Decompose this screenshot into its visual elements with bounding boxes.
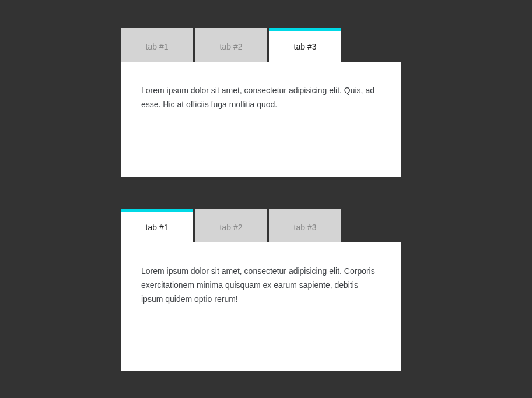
tab-widget-2: tab #1 tab #2 tab #3 Lorem ipsum dolor s…: [121, 209, 401, 371]
tab-3[interactable]: tab #3: [269, 28, 341, 62]
tab-label: tab #1: [146, 42, 169, 51]
tab-1[interactable]: tab #1: [121, 209, 193, 242]
tab-2[interactable]: tab #2: [195, 28, 267, 62]
tab-3[interactable]: tab #3: [269, 209, 341, 242]
tab-2[interactable]: tab #2: [195, 209, 267, 242]
tab-label: tab #2: [220, 223, 243, 232]
tab-label: tab #3: [294, 223, 317, 232]
tab-panel: Lorem ipsum dolor sit amet, consectetur …: [121, 242, 401, 371]
tab-label: tab #2: [220, 42, 243, 51]
tab-content-text: Lorem ipsum dolor sit amet, consectetur …: [141, 265, 380, 306]
tab-content-text: Lorem ipsum dolor sit amet, consectetur …: [141, 84, 380, 112]
tab-strip: tab #1 tab #2 tab #3: [121, 28, 401, 62]
tab-label: tab #1: [146, 223, 169, 232]
tab-strip: tab #1 tab #2 tab #3: [121, 209, 401, 242]
tab-1[interactable]: tab #1: [121, 28, 193, 62]
tab-widget-1: tab #1 tab #2 tab #3 Lorem ipsum dolor s…: [121, 28, 401, 177]
tab-label: tab #3: [294, 42, 317, 51]
tab-panel: Lorem ipsum dolor sit amet, consectetur …: [121, 62, 401, 177]
